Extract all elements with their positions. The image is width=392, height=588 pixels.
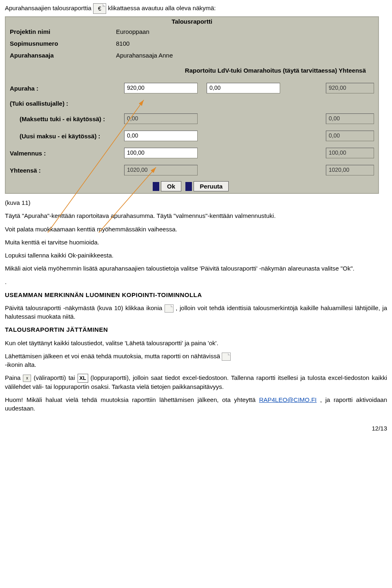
para-ignore-others: Muita kenttiä ei tarvitse huomioida.: [5, 238, 387, 246]
apuraha-own-input[interactable]: 0,00: [207, 83, 280, 93]
intro-line: Apurahansaajien talousraporttia € klikat…: [5, 3, 387, 14]
para-add-more: Mikäli aiot vielä myöhemmin lisätä apura…: [5, 264, 387, 273]
row-uusi: (Uusi maksu - ei käytössä) : 0,00 0,00: [6, 127, 378, 144]
project-label: Projektin nimi: [10, 28, 116, 35]
number-label: Sopimusnumero: [10, 40, 116, 47]
report-panel: Talousraportti Projektin nimi Eurooppaan…: [5, 16, 379, 194]
apuraha-total: 920,00: [326, 83, 374, 93]
project-value: Eurooppaan: [116, 28, 149, 35]
para-copy: Päivitä talousraportti -näkymästä (kuva …: [5, 304, 387, 321]
para-fill-fields: Täytä "Apuraha"-kenttään raportoitava ap…: [5, 212, 387, 220]
valmennus-reported-input[interactable]: 100,00: [124, 148, 198, 158]
columns-header: Raportoitu LdV-tuki Omarahoitus (täytä t…: [6, 61, 378, 80]
uusi-label: (Uusi maksu - ei käytössä) :: [10, 133, 124, 140]
para-after-submit: Lähettämisen jälkeen et voi enää tehdä m…: [5, 352, 387, 369]
valmennus-label: Valmennus :: [10, 150, 124, 157]
row-apuraha: Apuraha : 920,00 0,00 920,00: [6, 80, 378, 97]
report-view-icon: [222, 353, 231, 361]
heading-submit: TALOUSRAPORTIN JÄTTÄMINEN: [5, 326, 387, 334]
para-submit: Kun olet täyttänyt kaikki taloustiedot, …: [5, 339, 387, 347]
para-export: Paina x (väliraportti) tai XL (loppurapo…: [5, 374, 387, 391]
para-return-later: Voit palata muokkaamaan kenttiä myöhemmä…: [5, 225, 387, 233]
para-save-ok: Lopuksi tallenna kaikki Ok-painikkeesta.: [5, 251, 387, 260]
recipient-label: Apurahansaaja: [10, 52, 116, 59]
cancel-button[interactable]: Peruuta: [194, 181, 229, 191]
meta-row-recipient: Apurahansaaja Apurahansaaja Anne: [6, 49, 378, 61]
maksettu-total: 0,00: [326, 113, 374, 124]
copy-icon: [165, 304, 174, 313]
row-yhteensa: Yhteensä : 1020,00 1020,00: [6, 162, 378, 179]
uusi-reported-input[interactable]: 0,00: [124, 131, 198, 141]
ok-button-marker: [153, 182, 159, 191]
excel-interim-icon: x: [23, 375, 31, 382]
row-maksettu: (Maksettu tuki - ei käytössä) : 0,00 0,0…: [6, 110, 378, 127]
tuki-label: (Tuki osallistujalle) :: [10, 100, 124, 107]
ok-button[interactable]: Ok: [161, 181, 181, 191]
row-tuki: (Tuki osallistujalle) :: [6, 97, 378, 110]
para-note: Huom! Mikäli haluat vielä tehdä muutoksi…: [5, 396, 387, 413]
contact-email-link[interactable]: RAP4LEO@CIMO.FI: [259, 396, 316, 403]
button-row: Ok Peruuta: [6, 179, 378, 193]
number-value: 8100: [116, 40, 129, 47]
panel-title: Talousraportti: [6, 17, 378, 26]
intro-after: klikattaessa avautuu alla oleva näkymä:: [108, 4, 216, 11]
uusi-total: 0,00: [326, 131, 374, 141]
maksettu-reported: 0,00: [124, 113, 198, 124]
body-text: (kuva 11) Täytä "Apuraha"-kenttään rapor…: [5, 199, 387, 432]
heading-copy: USEAMMAN MERKINNÄN LUOMINEN KOPIOINTI-TO…: [5, 291, 387, 299]
yht-reported: 1020,00: [124, 165, 198, 175]
page-number: 12/13: [5, 425, 387, 432]
cancel-button-marker: [185, 182, 192, 191]
apuraha-label: Apuraha :: [10, 85, 124, 92]
excel-final-icon: XL: [78, 374, 88, 383]
maksettu-label: (Maksettu tuki - ei käytössä) :: [10, 115, 124, 122]
para-dot: .: [5, 278, 387, 286]
meta-row-project: Projektin nimi Eurooppaan: [6, 26, 378, 38]
caption-kuva11: (kuva 11): [5, 199, 387, 207]
yht-label: Yhteensä :: [10, 167, 124, 174]
row-valmennus: Valmennus : 100,00 100,00: [6, 144, 378, 162]
apuraha-reported-input[interactable]: 920,00: [124, 83, 198, 93]
valmennus-total: 100,00: [326, 148, 374, 158]
meta-row-number: Sopimusnumero 8100: [6, 38, 378, 49]
yht-total: 1020,00: [326, 165, 374, 175]
euro-icon: €: [93, 3, 106, 14]
intro-before: Apurahansaajien talousraporttia: [5, 4, 93, 11]
recipient-value: Apurahansaaja Anne: [116, 52, 173, 59]
